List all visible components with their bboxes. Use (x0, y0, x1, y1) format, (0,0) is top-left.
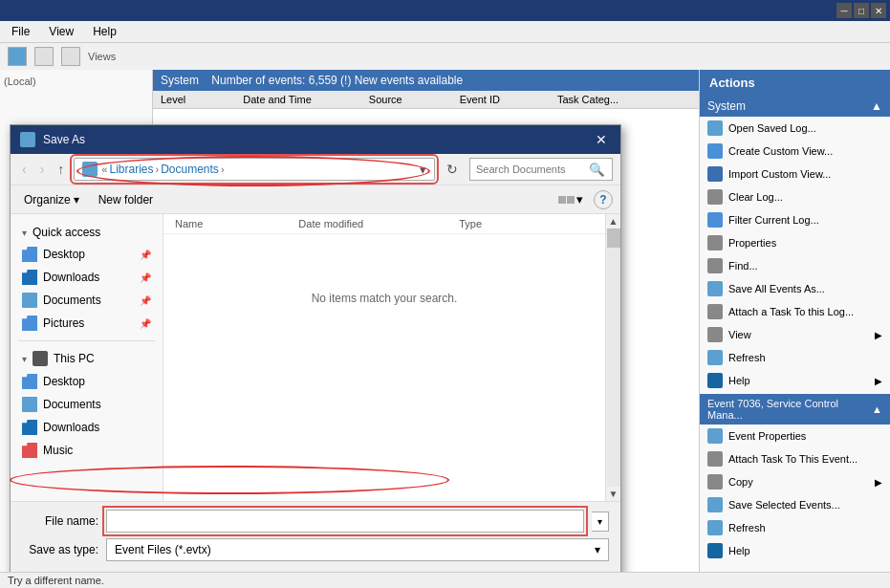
toolbar-icon-3 (61, 47, 80, 66)
scrollbar-track[interactable] (607, 229, 620, 487)
toolbar-icon-2 (34, 47, 54, 66)
import-icon (707, 166, 723, 182)
sidebar-item-pictures-qa[interactable]: Pictures 📌 (11, 312, 163, 335)
breadcrumb-documents[interactable]: Documents (161, 163, 219, 176)
custom-icon (707, 143, 723, 159)
dialog-title-text: Save As (43, 133, 85, 146)
sidebar-downloads-label: Downloads (43, 271, 99, 284)
actions-system-header[interactable]: System ▲ (700, 96, 890, 117)
scrollbar-up-button[interactable]: ▲ (607, 214, 620, 229)
action-label: Clear Log... (728, 191, 783, 203)
bg-menubar: File View Help (0, 21, 890, 43)
maximize-button[interactable]: □ (854, 3, 869, 18)
action-attach-task[interactable]: Attach a Task To this Log... (700, 300, 890, 323)
search-icon-button[interactable]: 🔍 (585, 163, 609, 177)
search-box: 🔍 (469, 158, 613, 181)
action-save-selected[interactable]: Save Selected Events... (700, 493, 890, 516)
menu-view[interactable]: View (45, 23, 77, 40)
downloads-icon-pc (22, 420, 37, 435)
action-refresh[interactable]: Refresh (700, 346, 890, 369)
col-date-modified: Date modified (298, 218, 363, 229)
action-attach-task-event[interactable]: Attach Task To This Event... (700, 447, 890, 470)
menu-help[interactable]: Help (89, 23, 120, 40)
action-label: Filter Current Log... (728, 214, 819, 226)
organize-arrow: ▾ (74, 193, 79, 207)
address-dropdown-button[interactable]: ▾ (420, 163, 426, 177)
event-section-header[interactable]: Event 7036, Service Control Mana... ▲ (700, 394, 890, 425)
sidebar-this-pc[interactable]: ▾ This PC (11, 347, 163, 370)
dialog-close-button[interactable]: ✕ (592, 130, 611, 149)
sidebar-item-documents-qa[interactable]: Documents 📌 (11, 289, 163, 312)
sidebar-item-downloads-pc[interactable]: Downloads (11, 416, 163, 439)
col-taskcateg: Task Categ... (557, 94, 619, 105)
close-button[interactable]: ✕ (871, 3, 886, 18)
action-filter-log[interactable]: Filter Current Log... (700, 208, 890, 231)
menu-file[interactable]: File (8, 23, 33, 40)
sidebar-item-documents-pc[interactable]: Documents (11, 393, 163, 416)
view-toggle-button[interactable]: ▾ (555, 189, 586, 209)
address-refresh-button[interactable]: ↻ (441, 158, 464, 181)
action-find[interactable]: Find... (700, 254, 890, 277)
savetype-row: Save as type: Event Files (*.evtx) ▾ (22, 538, 609, 561)
action-create-custom[interactable]: Create Custom View... (700, 140, 890, 163)
sidebar-item-desktop-qa[interactable]: Desktop 📌 (11, 243, 163, 266)
address-bar[interactable]: « Libraries › Documents › ▾ (74, 158, 435, 181)
action-save-all[interactable]: Save All Events As... (700, 277, 890, 300)
action-help2[interactable]: Help (700, 539, 890, 562)
col-source: Source (369, 94, 402, 105)
breadcrumb-libraries[interactable]: Libraries (109, 163, 153, 176)
documents-pin: 📌 (140, 295, 151, 306)
savetype-select[interactable]: Event Files (*.evtx) ▾ (106, 538, 609, 561)
events-description: Number of events: 6,559 (!) New events a… (211, 74, 463, 87)
nav-back-button[interactable]: ‹ (18, 160, 31, 179)
sidebar-documents-pc-label: Documents (43, 398, 101, 411)
view-dropdown-arrow: ▾ (576, 192, 583, 207)
action-refresh2[interactable]: Refresh (700, 516, 890, 539)
sidebar-quick-access[interactable]: ▾ Quick access (11, 222, 163, 243)
organize-label: Organize (24, 193, 71, 207)
action-event-props[interactable]: Event Properties (700, 425, 890, 447)
action-label: Help (728, 375, 750, 386)
dialog-title-left: Save As (20, 132, 85, 147)
event-section-label: Event 7036, Service Control Mana... (707, 398, 872, 421)
sidebar-item-music-pc[interactable]: Music (11, 439, 163, 462)
action-copy[interactable]: Copy ▶ (700, 470, 890, 493)
action-label: Refresh (728, 352, 766, 363)
help-button[interactable]: ? (594, 190, 613, 209)
nav-up-button[interactable]: ↑ (54, 160, 68, 179)
actions-system-label: System (707, 99, 746, 113)
minimize-button[interactable]: ─ (836, 3, 852, 18)
refresh2-icon (707, 520, 723, 535)
filename-input[interactable] (106, 510, 584, 533)
new-folder-button[interactable]: New folder (93, 190, 159, 209)
views-label: Views (88, 51, 116, 62)
scrollbar-down-button[interactable]: ▼ (607, 487, 620, 501)
action-open-saved-log[interactable]: Open Saved Log... (700, 117, 890, 140)
desktop-pin: 📌 (140, 250, 151, 260)
organize-button[interactable]: Organize ▾ (18, 190, 85, 209)
search-input[interactable] (470, 162, 585, 177)
help-arrow: ▶ (875, 376, 882, 386)
action-view[interactable]: View ▶ (700, 323, 890, 346)
event-props-icon (707, 428, 723, 444)
log-icon (707, 120, 723, 136)
address-bar-icon (82, 162, 98, 177)
props-icon (707, 235, 723, 250)
documents-icon-qa (22, 293, 37, 308)
dialog-column-headers: Name Date modified Type (163, 214, 605, 234)
attach-task-event-icon (707, 451, 723, 467)
action-clear-log[interactable]: Clear Log... (700, 185, 890, 208)
filename-dropdown-button[interactable]: ▾ (592, 512, 609, 532)
nav-forward-button[interactable]: › (36, 160, 49, 179)
sidebar-item-desktop-pc[interactable]: Desktop (11, 370, 163, 393)
action-import-custom[interactable]: Import Custom View... (700, 163, 890, 185)
col-datetime: Date and Time (243, 94, 312, 105)
view-icon-part (558, 196, 566, 204)
status-text: Try a different name. (8, 575, 104, 586)
action-help[interactable]: Help ▶ (700, 369, 890, 392)
breadcrumb-sep-1: › (156, 163, 160, 175)
attach-task-icon (707, 304, 723, 319)
action-properties[interactable]: Properties (700, 231, 890, 254)
sidebar-item-downloads-qa[interactable]: Downloads 📌 (11, 266, 163, 289)
scrollbar-thumb (607, 229, 620, 248)
